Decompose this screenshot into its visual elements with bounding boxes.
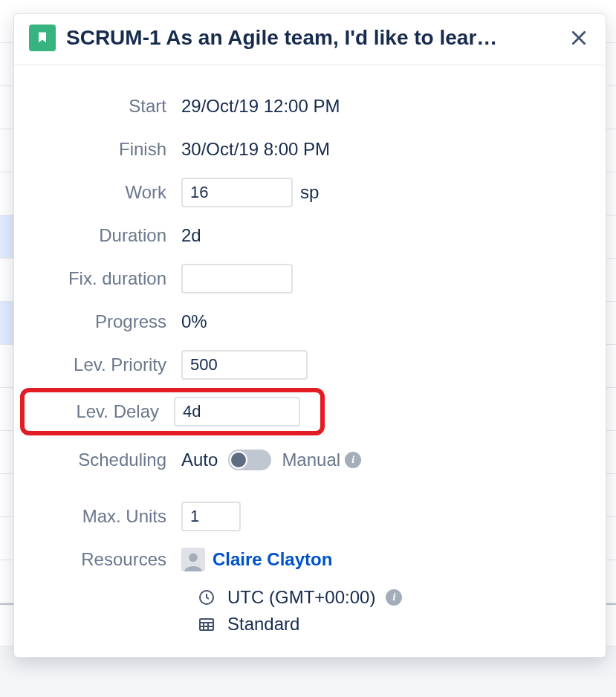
label-lev-priority: Lev. Priority — [29, 354, 181, 375]
svg-point-0 — [189, 554, 198, 563]
resource-link[interactable]: Claire Clayton — [213, 549, 332, 570]
value-progress[interactable]: 0% — [181, 311, 591, 332]
value-calendar: Standard — [227, 614, 299, 635]
scheduling-toggle[interactable] — [228, 450, 271, 470]
row-calendar: Standard — [196, 614, 591, 635]
row-timezone: UTC (GMT+00:00) i — [196, 587, 591, 608]
label-duration: Duration — [29, 225, 181, 246]
close-icon — [572, 31, 586, 45]
task-detail-panel: SCRUM-1 As an Agile team, I'd like to le… — [13, 13, 606, 658]
lev-priority-input[interactable] — [181, 350, 308, 380]
row-work: Work sp — [29, 171, 591, 214]
label-progress: Progress — [29, 311, 181, 332]
label-finish: Finish — [29, 139, 181, 160]
row-fix-duration: Fix. duration — [29, 257, 591, 300]
label-scheduling: Scheduling — [29, 450, 181, 470]
avatar-icon — [181, 548, 205, 571]
lev-delay-highlight: Lev. Delay — [20, 388, 325, 435]
work-unit: sp — [300, 182, 319, 203]
label-fix-duration: Fix. duration — [29, 268, 181, 289]
timezone-info-icon[interactable]: i — [386, 589, 402, 606]
lev-delay-input[interactable] — [174, 397, 300, 427]
row-lev-priority: Lev. Priority — [29, 343, 591, 386]
row-max-units: Max. Units — [29, 495, 591, 538]
row-progress: Progress 0% — [29, 300, 591, 343]
row-start: Start 29/Oct/19 12:00 PM — [29, 85, 591, 128]
value-finish[interactable]: 30/Oct/19 8:00 PM — [181, 139, 591, 160]
calendar-icon — [196, 615, 217, 633]
label-max-units: Max. Units — [29, 506, 181, 527]
fix-duration-input[interactable] — [181, 264, 293, 294]
panel-title[interactable]: SCRUM-1 As an Agile team, I'd like to le… — [66, 26, 557, 50]
toggle-knob — [230, 451, 247, 469]
panel-header: SCRUM-1 As an Agile team, I'd like to le… — [14, 14, 606, 65]
close-button[interactable] — [567, 26, 591, 50]
label-work: Work — [29, 182, 181, 203]
value-timezone: UTC (GMT+00:00) — [227, 587, 375, 608]
row-finish: Finish 30/Oct/19 8:00 PM — [29, 128, 591, 171]
row-resources: Resources Claire Clayton — [29, 538, 591, 581]
row-duration: Duration 2d — [29, 214, 591, 257]
row-scheduling: Scheduling Auto Manual i — [29, 438, 591, 482]
svg-rect-2 — [200, 619, 213, 630]
label-resources: Resources — [29, 549, 181, 570]
value-start[interactable]: 29/Oct/19 12:00 PM — [181, 96, 591, 117]
value-duration[interactable]: 2d — [181, 225, 591, 246]
label-start: Start — [29, 96, 181, 117]
scheduling-manual-label: Manual — [282, 450, 340, 470]
clock-icon — [196, 589, 217, 606]
scheduling-auto-label: Auto — [181, 450, 218, 470]
row-lev-delay: Lev. Delay — [20, 388, 591, 435]
max-units-input[interactable] — [181, 502, 241, 531]
form-area: Start 29/Oct/19 12:00 PM Finish 30/Oct/1… — [14, 65, 606, 635]
scheduling-info-icon[interactable]: i — [345, 452, 361, 468]
work-input[interactable] — [181, 178, 293, 207]
story-icon — [29, 25, 56, 51]
label-lev-delay: Lev. Delay — [27, 401, 174, 422]
